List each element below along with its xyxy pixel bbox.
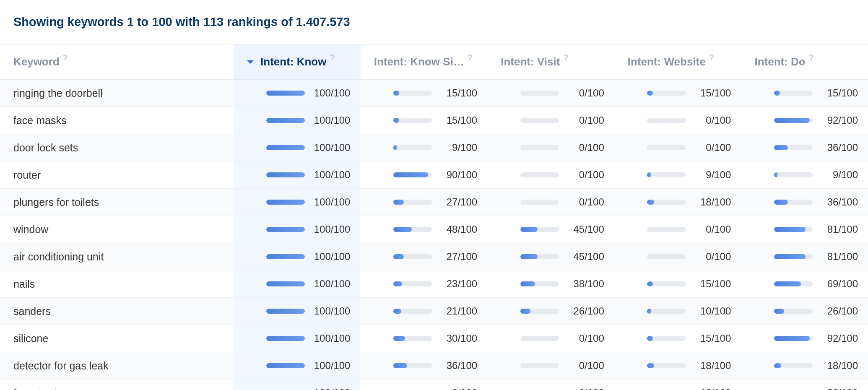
intent-value: 30/100: [439, 333, 477, 344]
progress-bar: [393, 254, 432, 259]
progress-bar: [266, 91, 305, 96]
progress-bar: [520, 200, 559, 205]
intent-cell-do: 26/100: [741, 298, 868, 325]
table-row[interactable]: sanders100/10021/10026/10010/10026/100: [0, 298, 868, 325]
keyword-text: door lock sets: [13, 142, 78, 154]
intent-cell-do: 92/100: [741, 107, 868, 134]
progress-bar-fill: [393, 172, 428, 177]
intent-value: 0/100: [693, 114, 731, 126]
progress-bar: [774, 200, 813, 205]
keyword-cell[interactable]: detector for gas leak: [0, 352, 234, 379]
column-header-intent-visit[interactable]: Intent: Visit ?: [487, 44, 614, 79]
keyword-cell[interactable]: nails: [0, 270, 234, 297]
intent-value: 36/100: [820, 196, 858, 208]
help-icon[interactable]: ?: [63, 53, 68, 62]
intent-cell-visit: 0/100: [487, 80, 614, 107]
intent-cell-know-si: 30/100: [360, 325, 487, 352]
progress-bar-fill: [774, 145, 788, 150]
keyword-cell[interactable]: sanders: [0, 298, 234, 325]
progress-bar: [520, 254, 559, 259]
intent-value: 92/100: [820, 114, 858, 126]
progress-bar: [266, 336, 305, 341]
column-header-intent-know[interactable]: Intent: Know ?: [234, 44, 361, 79]
progress-bar: [266, 309, 305, 314]
keyword-cell[interactable]: air conditioning unit: [0, 243, 234, 270]
progress-bar: [520, 336, 559, 341]
intent-cell-visit: 0/100: [487, 325, 614, 352]
intent-value: 45/100: [567, 251, 604, 263]
table-row[interactable]: air conditioning unit100/10027/10045/100…: [0, 243, 868, 270]
progress-bar-fill: [774, 227, 806, 232]
progress-bar-fill: [647, 363, 654, 368]
intent-cell-do: 81/100: [741, 243, 868, 270]
progress-bar: [393, 363, 432, 368]
help-icon[interactable]: ?: [563, 53, 568, 62]
help-icon[interactable]: ?: [709, 53, 714, 62]
intent-value: 23/100: [439, 278, 477, 290]
help-icon[interactable]: ?: [468, 53, 473, 62]
keyword-cell[interactable]: door lock sets: [0, 134, 234, 161]
column-header-intent-website[interactable]: Intent: Website ?: [614, 44, 741, 79]
table-row[interactable]: nails100/10023/10038/10015/10069/100: [0, 270, 868, 298]
column-header-intent-do[interactable]: Intent: Do ?: [741, 44, 868, 79]
keyword-cell[interactable]: silicone: [0, 325, 234, 352]
progress-bar: [774, 145, 813, 150]
progress-bar: [520, 118, 559, 123]
table-row[interactable]: window100/10048/10045/1000/10081/100: [0, 216, 868, 243]
progress-bar: [774, 118, 813, 123]
progress-bar: [647, 200, 686, 205]
help-icon[interactable]: ?: [330, 53, 335, 62]
intent-cell-know-si: 48/100: [360, 216, 487, 243]
keyword-cell[interactable]: face masks: [0, 107, 234, 134]
progress-bar-fill: [774, 172, 777, 177]
table-row[interactable]: detector for gas leak100/10036/1000/1001…: [0, 352, 868, 380]
progress-bar: [774, 227, 813, 232]
intent-value: 21/100: [439, 305, 477, 317]
intent-cell-know: 100/100: [234, 107, 361, 134]
intent-cell-know: 100/100: [234, 134, 361, 161]
results-summary-text: Showing keywords 1 to 100 with 113 ranki…: [13, 15, 350, 29]
table-row[interactable]: forest gates100/1009/1000/10018/10036/10…: [0, 380, 868, 390]
keyword-cell[interactable]: window: [0, 216, 234, 243]
keyword-cell[interactable]: ringing the doorbell: [0, 80, 234, 107]
intent-value: 9/100: [439, 387, 477, 390]
table-row[interactable]: silicone100/10030/1000/10015/10092/100: [0, 325, 868, 352]
keyword-cell[interactable]: router: [0, 161, 234, 188]
column-header-intent-know-simple[interactable]: Intent: Know Si… ?: [361, 44, 488, 79]
intent-value: 0/100: [693, 224, 731, 235]
table-header-row: Keyword ? Intent: Know ? Intent: Know Si…: [0, 44, 868, 80]
progress-bar: [393, 309, 432, 314]
intent-cell-website: 0/100: [614, 107, 741, 134]
intent-cell-know-si: 15/100: [360, 107, 487, 134]
intent-cell-know-si: 27/100: [360, 189, 487, 216]
keyword-text: ringing the doorbell: [13, 87, 103, 99]
intent-cell-know-si: 27/100: [360, 243, 487, 270]
table-row[interactable]: router100/10090/1000/1009/1009/100: [0, 161, 868, 189]
intent-cell-website: 18/100: [614, 380, 741, 390]
intent-value: 18/100: [693, 387, 731, 390]
table-row[interactable]: plungers for toilets100/10027/1000/10018…: [0, 189, 868, 216]
help-icon[interactable]: ?: [809, 53, 814, 62]
keyword-cell[interactable]: plungers for toilets: [0, 189, 234, 216]
intent-value: 100/100: [312, 333, 350, 344]
table-row[interactable]: face masks100/10015/1000/1000/10092/100: [0, 107, 868, 134]
column-header-keyword[interactable]: Keyword ?: [0, 44, 234, 79]
table-row[interactable]: ringing the doorbell100/10015/1000/10015…: [0, 80, 868, 107]
progress-bar: [774, 336, 813, 341]
progress-bar: [774, 281, 813, 286]
keyword-text: forest gates: [13, 387, 68, 390]
progress-bar-fill: [393, 336, 405, 341]
progress-bar: [520, 91, 559, 96]
intent-cell-know: 100/100: [234, 380, 361, 390]
intent-value: 100/100: [312, 278, 350, 290]
intent-cell-know: 100/100: [234, 189, 361, 216]
intent-cell-visit: 0/100: [487, 352, 614, 379]
intent-cell-know-si: 36/100: [360, 352, 487, 379]
table-row[interactable]: door lock sets100/1009/1000/1000/10036/1…: [0, 134, 868, 161]
progress-bar-fill: [266, 145, 305, 150]
progress-bar: [647, 91, 686, 96]
intent-cell-website: 15/100: [614, 80, 741, 107]
progress-bar: [647, 227, 686, 232]
keyword-cell[interactable]: forest gates: [0, 380, 234, 390]
intent-value: 10/100: [693, 305, 731, 317]
